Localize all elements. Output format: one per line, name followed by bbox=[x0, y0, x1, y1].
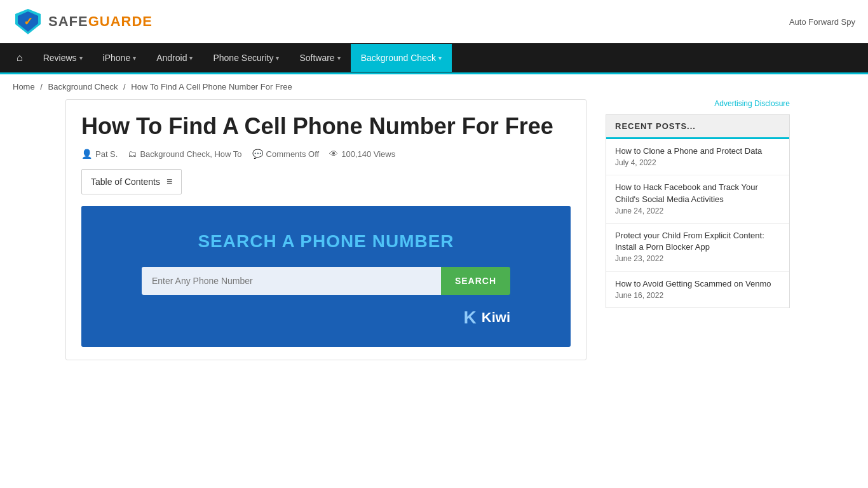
main-nav: ⌂ Reviews ▾ iPhone ▾ Android ▾ Phone Sec… bbox=[0, 43, 868, 74]
search-button[interactable]: SEARCH bbox=[441, 267, 510, 295]
breadcrumb-current: How To Find A Cell Phone Number For Free bbox=[131, 82, 292, 92]
post-title: How to Avoid Getting Scammed on Venmo bbox=[615, 278, 780, 290]
post-date: June 24, 2022 bbox=[615, 207, 663, 215]
chevron-down-icon: ▾ bbox=[337, 55, 341, 62]
phone-number-input[interactable] bbox=[142, 267, 441, 295]
nav-item-background-check[interactable]: Background Check ▾ bbox=[351, 44, 452, 72]
list-item[interactable]: Protect your Child From Explicit Content… bbox=[606, 224, 789, 272]
logo-area[interactable]: ✓ SAFEGUARDE bbox=[13, 6, 153, 37]
home-icon: ⌂ bbox=[17, 52, 23, 63]
nav-item-phone-security[interactable]: Phone Security ▾ bbox=[203, 44, 289, 72]
comments-count: Comments Off bbox=[266, 149, 320, 159]
content-area: How To Find A Cell Phone Number For Free… bbox=[65, 99, 587, 360]
nav-item-software[interactable]: Software ▾ bbox=[289, 44, 350, 72]
folder-icon: 🗂 bbox=[128, 149, 137, 159]
nav-home-button[interactable]: ⌂ bbox=[6, 43, 33, 72]
sidebar: Advertising Disclosure RECENT POSTS... H… bbox=[606, 99, 790, 360]
post-date: July 4, 2022 bbox=[615, 158, 656, 167]
chevron-down-icon: ▾ bbox=[133, 55, 136, 62]
breadcrumb-section-link[interactable]: Background Check bbox=[48, 82, 118, 92]
kiwi-brand-name: Kiwi bbox=[482, 309, 510, 326]
meta-comments: 💬 Comments Off bbox=[252, 149, 320, 159]
chevron-down-icon: ▾ bbox=[79, 55, 83, 62]
kiwi-brand: K Kiwi bbox=[142, 308, 510, 328]
table-of-contents-toggle[interactable]: Table of Contents ≡ bbox=[81, 169, 182, 194]
nav-reviews-label: Reviews bbox=[43, 53, 77, 63]
svg-text:✓: ✓ bbox=[24, 15, 33, 28]
post-title: How to Clone a Phone and Protect Data bbox=[615, 146, 780, 157]
banner-title: SEARCH A PHONE NUMBER bbox=[100, 231, 552, 252]
main-layout: How To Find A Cell Phone Number For Free… bbox=[53, 99, 815, 360]
user-icon: 👤 bbox=[81, 149, 92, 159]
kiwi-k-icon: K bbox=[464, 308, 477, 328]
nav-item-iphone[interactable]: iPhone ▾ bbox=[93, 44, 147, 72]
meta-author: 👤 Pat S. bbox=[81, 149, 118, 159]
post-date: June 16, 2022 bbox=[615, 291, 663, 300]
category-list: Background Check, How To bbox=[140, 149, 241, 159]
chevron-down-icon: ▾ bbox=[276, 55, 279, 62]
nav-background-check-label: Background Check bbox=[361, 53, 436, 63]
list-item[interactable]: How to Avoid Getting Scammed on Venmo Ju… bbox=[606, 272, 789, 308]
advertising-disclosure[interactable]: Advertising Disclosure bbox=[606, 99, 790, 108]
author-name: Pat S. bbox=[95, 149, 118, 159]
logo-icon: ✓ bbox=[13, 6, 43, 37]
list-icon: ≡ bbox=[166, 176, 172, 187]
breadcrumb-sep-2: / bbox=[123, 82, 126, 92]
views-count: 100,140 Views bbox=[341, 149, 395, 159]
chevron-down-icon: ▾ bbox=[438, 55, 442, 62]
post-title: Protect your Child From Explicit Content… bbox=[615, 230, 780, 253]
breadcrumb-sep-1: / bbox=[40, 82, 43, 92]
recent-posts-header: RECENT POSTS... bbox=[606, 115, 789, 139]
breadcrumb-home-link[interactable]: Home bbox=[13, 82, 35, 92]
post-date: June 23, 2022 bbox=[615, 254, 663, 263]
top-advertisement: Auto Forward Spy bbox=[789, 17, 855, 27]
nav-software-label: Software bbox=[299, 53, 334, 63]
nav-item-reviews[interactable]: Reviews ▾ bbox=[33, 44, 93, 72]
article-meta: 👤 Pat S. 🗂 Background Check, How To 💬 Co… bbox=[81, 149, 571, 159]
nav-android-label: Android bbox=[156, 53, 187, 63]
top-header: ✓ SAFEGUARDE Auto Forward Spy bbox=[0, 0, 868, 43]
breadcrumb: Home / Background Check / How To Find A … bbox=[0, 74, 546, 99]
meta-views: 👁 100,140 Views bbox=[329, 149, 395, 159]
list-item[interactable]: How to Hack Facebook and Track Your Chil… bbox=[606, 175, 789, 224]
logo-text: SAFEGUARDE bbox=[48, 13, 153, 30]
toc-label: Table of Contents bbox=[91, 177, 160, 187]
eye-icon: 👁 bbox=[329, 149, 338, 159]
list-item[interactable]: How to Clone a Phone and Protect Data Ju… bbox=[606, 139, 789, 175]
nav-item-android[interactable]: Android ▾ bbox=[146, 44, 203, 72]
recent-posts-box: RECENT POSTS... How to Clone a Phone and… bbox=[606, 114, 790, 308]
article-card: How To Find A Cell Phone Number For Free… bbox=[65, 99, 587, 360]
phone-search-banner: SEARCH A PHONE NUMBER SEARCH K Kiwi bbox=[81, 206, 571, 347]
banner-search-row: SEARCH bbox=[142, 267, 510, 295]
comment-icon: 💬 bbox=[252, 149, 263, 159]
article-title: How To Find A Cell Phone Number For Free bbox=[81, 112, 571, 140]
nav-iphone-label: iPhone bbox=[103, 53, 131, 63]
meta-categories: 🗂 Background Check, How To bbox=[128, 149, 241, 159]
chevron-down-icon: ▾ bbox=[189, 55, 193, 62]
nav-phone-security-label: Phone Security bbox=[213, 53, 273, 63]
post-title: How to Hack Facebook and Track Your Chil… bbox=[615, 182, 780, 205]
